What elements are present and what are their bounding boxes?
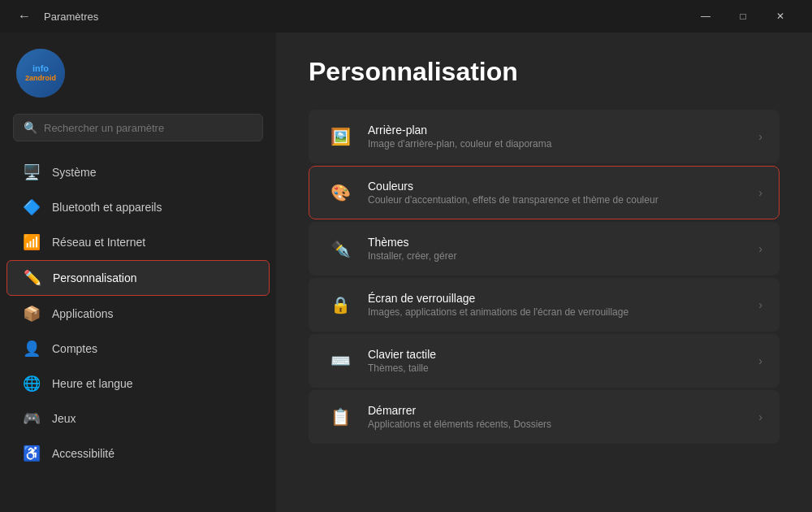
arriere-plan-icon: 🖼️ [326,122,355,151]
themes-icon: ✒️ [326,234,355,263]
settings-item-couleurs[interactable]: 🎨CouleursCouleur d'accentuation, effets … [309,166,780,219]
settings-item-arrow-ecran-verrouillage: › [758,298,762,311]
sidebar-item-comptes[interactable]: 👤Comptes [6,332,270,366]
settings-item-title-arriere-plan: Arrière-plan [368,124,750,137]
search-icon: 🔍 [24,121,37,134]
close-button[interactable]: ✕ [762,3,799,29]
content-area: info 2android 🔍 🖥️Système🔷Bluetooth et a… [0,33,812,512]
avatar-section: info 2android [0,41,276,114]
settings-item-clavier-tactile[interactable]: ⌨️Clavier tactileThèmes, taille› [309,334,780,388]
personnalisation-icon: ✏️ [24,269,41,287]
sidebar-item-label-applications: Applications [52,307,114,320]
page-title: Personnalisation [309,57,780,87]
settings-item-title-demarrer: Démarrer [368,404,750,417]
settings-item-themes[interactable]: ✒️ThèmesInstaller, créer, gérer› [309,222,780,276]
heure-icon: 🌐 [23,375,41,393]
demarrer-icon: 📋 [326,402,355,432]
settings-item-ecran-verrouillage[interactable]: 🔒Écran de verrouillageImages, applicatio… [309,278,780,332]
window-title: Paramètres [44,11,687,23]
settings-item-text-couleurs: CouleursCouleur d'accentuation, effets d… [368,180,750,206]
settings-item-title-themes: Thèmes [368,236,750,249]
accessibilite-icon: ♿ [23,445,41,462]
settings-item-arrow-demarrer: › [758,410,762,423]
sidebar-item-label-accessibilite: Accessibilité [52,447,114,460]
settings-item-text-themes: ThèmesInstaller, créer, gérer [368,236,750,262]
sidebar-item-personnalisation[interactable]: ✏️Personnalisation [6,260,270,296]
settings-item-arrow-arriere-plan: › [758,130,762,143]
avatar: info 2android [16,49,65,98]
settings-item-text-arriere-plan: Arrière-planImage d'arrière-plan, couleu… [368,124,750,150]
systeme-icon: 🖥️ [23,163,41,181]
maximize-button[interactable]: □ [724,3,762,29]
sidebar-item-label-systeme: Système [52,166,96,179]
sidebar-item-label-comptes: Comptes [52,342,97,355]
bluetooth-icon: 🔷 [23,198,41,216]
settings-item-title-couleurs: Couleurs [368,180,750,193]
sidebar-item-applications[interactable]: 📦Applications [6,297,270,331]
titlebar: ← Paramètres — □ ✕ [0,0,812,33]
minimize-button[interactable]: — [687,3,724,29]
settings-item-arrow-themes: › [758,242,762,255]
comptes-icon: 👤 [23,340,41,358]
search-box[interactable]: 🔍 [13,114,263,141]
sidebar-item-heure[interactable]: 🌐Heure et langue [6,367,270,401]
sidebar-item-accessibilite[interactable]: ♿Accessibilité [6,436,270,471]
settings-item-desc-clavier-tactile: Thèmes, taille [368,362,750,374]
sidebar-item-jeux[interactable]: 🎮Jeux [6,401,270,436]
settings-item-text-clavier-tactile: Clavier tactileThèmes, taille [368,348,750,374]
settings-item-text-demarrer: DémarrerApplications et éléments récents… [368,404,750,430]
settings-list: 🖼️Arrière-planImage d'arrière-plan, coul… [309,110,780,444]
settings-item-desc-demarrer: Applications et éléments récents, Dossie… [368,419,750,430]
sidebar-item-systeme[interactable]: 🖥️Système [6,155,270,189]
applications-icon: 📦 [23,305,41,323]
settings-item-title-clavier-tactile: Clavier tactile [368,348,750,361]
settings-item-demarrer[interactable]: 📋DémarrerApplications et éléments récent… [309,390,780,444]
settings-item-desc-themes: Installer, créer, gérer [368,250,750,262]
nav-items: 🖥️Système🔷Bluetooth et appareils📶Réseau … [0,151,276,512]
settings-item-text-ecran-verrouillage: Écran de verrouillageImages, application… [368,292,750,318]
sidebar-item-label-bluetooth: Bluetooth et appareils [52,201,162,214]
back-button[interactable]: ← [13,5,36,28]
ecran-verrouillage-icon: 🔒 [326,290,355,319]
couleurs-icon: 🎨 [326,178,355,207]
settings-window: ← Paramètres — □ ✕ info 2android [0,0,812,512]
main-content: Personnalisation 🖼️Arrière-planImage d'a… [276,33,812,512]
settings-item-desc-arriere-plan: Image d'arrière-plan, couleur et diapora… [368,138,750,150]
settings-item-arrow-couleurs: › [758,186,762,199]
sidebar-item-reseau[interactable]: 📶Réseau et Internet [6,225,270,259]
settings-item-title-ecran-verrouillage: Écran de verrouillage [368,292,750,305]
window-controls: — □ ✕ [687,3,799,29]
sidebar-item-label-heure: Heure et langue [52,377,133,390]
settings-item-desc-couleurs: Couleur d'accentuation, effets de transp… [368,194,750,206]
settings-item-desc-ecran-verrouillage: Images, applications et animations de l'… [368,306,750,318]
sidebar-item-label-reseau: Réseau et Internet [52,236,145,249]
settings-item-arriere-plan[interactable]: 🖼️Arrière-planImage d'arrière-plan, coul… [309,110,780,163]
sidebar-item-label-personnalisation: Personnalisation [53,271,137,284]
settings-item-arrow-clavier-tactile: › [758,354,762,367]
search-input[interactable] [44,122,253,134]
sidebar-item-bluetooth[interactable]: 🔷Bluetooth et appareils [6,190,270,224]
clavier-tactile-icon: ⌨️ [326,346,355,375]
sidebar-item-label-jeux: Jeux [52,412,76,425]
sidebar: info 2android 🔍 🖥️Système🔷Bluetooth et a… [0,33,276,512]
reseau-icon: 📶 [23,233,41,251]
jeux-icon: 🎮 [23,410,41,427]
